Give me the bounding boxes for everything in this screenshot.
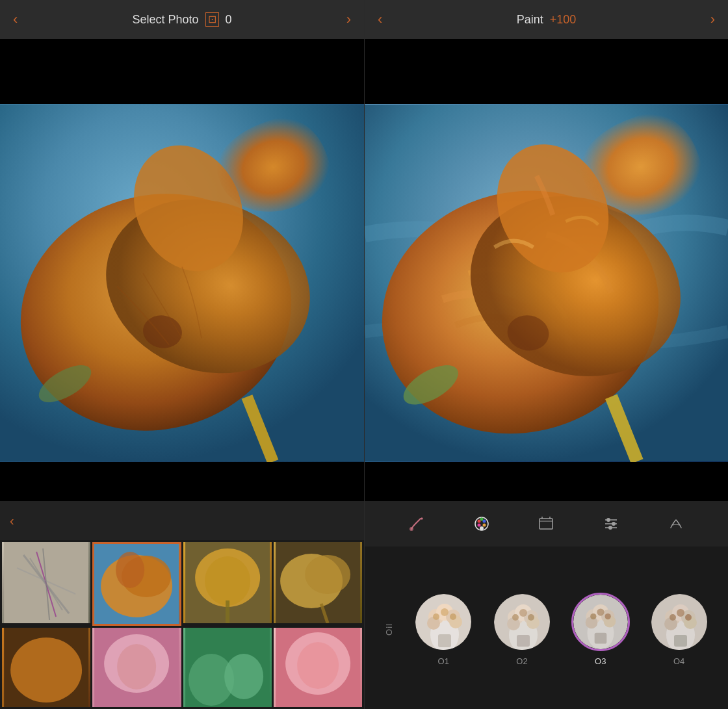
original-flower-svg — [0, 104, 364, 462]
thumbnail-area: ‹ — [0, 501, 364, 709]
svg-point-46 — [482, 524, 486, 527]
left-top-black-bar — [0, 39, 364, 104]
svg-point-79 — [528, 614, 534, 621]
right-top-black-bar — [365, 39, 728, 104]
thumbnail-item-8[interactable] — [274, 628, 362, 708]
right-bottom-controls: Oil — [365, 501, 728, 709]
filter-circle-O4[interactable] — [650, 593, 708, 651]
svg-point-101 — [685, 614, 692, 621]
left-main-image — [0, 104, 364, 462]
svg-point-99 — [670, 614, 676, 621]
left-header-title: Select Photo ⊡ 0 — [132, 12, 231, 27]
svg-point-100 — [677, 609, 684, 617]
filter-label-O2: O2 — [516, 656, 527, 666]
svg-rect-80 — [517, 635, 530, 647]
thumbnail-top-bar: ‹ — [0, 501, 364, 540]
right-panel: ‹ Paint +100 › — [364, 0, 728, 709]
thumbnail-item-3[interactable] — [183, 542, 272, 626]
thumbnail-item-7[interactable] — [183, 628, 272, 708]
svg-point-47 — [477, 524, 480, 527]
svg-point-54 — [606, 518, 610, 522]
filter-label-O4: O4 — [673, 656, 684, 666]
svg-point-66 — [433, 613, 439, 620]
select-photo-value: 0 — [226, 13, 232, 27]
left-header: ‹ Select Photo ⊡ 0 › — [0, 0, 364, 39]
palette-tool[interactable] — [469, 511, 495, 537]
svg-point-67 — [441, 608, 448, 616]
adjustments-tool[interactable] — [598, 511, 624, 537]
crop-icon[interactable]: ⊡ — [205, 12, 219, 27]
left-panel: ‹ Select Photo ⊡ 0 › — [0, 0, 364, 709]
filter-item-O4[interactable]: O4 — [650, 593, 708, 666]
left-back-arrow[interactable]: ‹ — [13, 11, 18, 28]
svg-point-45 — [482, 520, 486, 523]
svg-point-15 — [116, 552, 144, 588]
thumbnail-item-4[interactable] — [274, 542, 362, 626]
svg-rect-49 — [540, 519, 552, 529]
svg-rect-69 — [438, 634, 451, 647]
right-header-title: Paint +100 — [517, 13, 577, 27]
oil-section-label: Oil — [384, 623, 394, 636]
thumbnail-grid — [0, 540, 364, 709]
right-header: ‹ Paint +100 › — [365, 0, 728, 39]
svg-point-44 — [480, 518, 483, 521]
svg-point-68 — [450, 613, 456, 620]
filter-item-O2[interactable]: O2 — [493, 593, 551, 666]
svg-point-88 — [590, 613, 596, 619]
svg-point-77 — [512, 614, 519, 621]
paint-value: +100 — [550, 13, 577, 27]
right-back-arrow[interactable]: ‹ — [378, 11, 382, 28]
select-photo-label: Select Photo — [132, 13, 198, 27]
svg-point-48 — [480, 526, 484, 530]
left-forward-arrow[interactable]: › — [346, 11, 351, 28]
svg-point-22 — [305, 555, 350, 594]
filter-item-O3[interactable]: O3 — [571, 593, 630, 666]
svg-point-56 — [612, 522, 616, 526]
text-tool[interactable] — [663, 511, 689, 537]
thumbnail-item-1[interactable] — [2, 542, 90, 626]
left-bottom-black-bar — [0, 462, 364, 501]
filter-label-O1: O1 — [438, 656, 449, 666]
brush-tool[interactable] — [404, 511, 430, 537]
filter-circle-O1[interactable] — [414, 593, 473, 651]
svg-point-78 — [519, 609, 527, 617]
svg-point-25 — [10, 638, 82, 703]
svg-point-90 — [604, 613, 610, 619]
filter-circle-O2[interactable] — [493, 593, 551, 651]
filter-item-O1[interactable]: O1 — [414, 593, 473, 666]
painted-photo — [365, 104, 728, 462]
svg-point-18 — [205, 556, 250, 606]
right-main-image — [365, 104, 728, 462]
svg-rect-102 — [674, 635, 687, 647]
filter-row: Oil — [365, 547, 728, 709]
svg-point-34 — [297, 642, 339, 689]
svg-point-28 — [117, 644, 156, 690]
right-bottom-black-bar — [365, 462, 728, 501]
svg-point-58 — [608, 526, 612, 530]
canvas-tool[interactable] — [533, 511, 559, 537]
svg-point-31 — [224, 654, 263, 699]
thumbnail-item-2[interactable] — [92, 542, 181, 626]
filter-label-O3: O3 — [595, 656, 606, 666]
svg-point-89 — [597, 608, 604, 615]
svg-point-43 — [477, 520, 480, 523]
filter-circle-O3[interactable] — [571, 593, 630, 651]
right-forward-arrow[interactable]: › — [710, 11, 715, 28]
thumbnail-item-5[interactable] — [2, 628, 90, 708]
tools-bar — [365, 501, 728, 547]
painted-flower-svg — [365, 104, 728, 462]
thumbnail-back-arrow[interactable]: ‹ — [10, 513, 14, 528]
original-photo — [0, 104, 364, 462]
thumbnail-item-6[interactable] — [92, 628, 181, 708]
svg-rect-91 — [594, 633, 606, 644]
svg-point-41 — [410, 527, 413, 531]
paint-label: Paint — [517, 13, 543, 27]
